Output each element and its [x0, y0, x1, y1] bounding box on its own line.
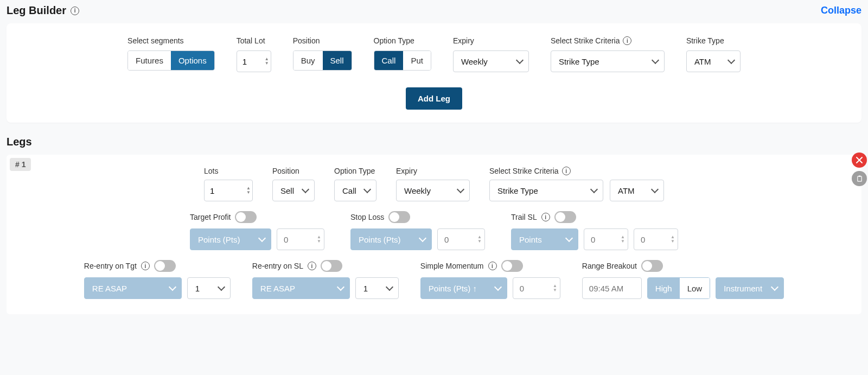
leg-expiry-select[interactable]: Weekly: [396, 180, 470, 201]
strike-type-label: Strike Type: [686, 36, 741, 45]
rb-instrument-select[interactable]: Instrument: [716, 277, 784, 299]
reentry-tgt-toggle[interactable]: [154, 260, 176, 272]
leg-index-badge: # 1: [10, 158, 31, 171]
simple-momentum-toggle[interactable]: [501, 260, 523, 272]
leg-position-label: Position: [272, 167, 315, 175]
leg-strike-criteria-select[interactable]: Strike Type: [489, 180, 603, 201]
trail-unit-select[interactable]: Points: [511, 228, 578, 250]
tp-unit-select[interactable]: Points (Pts): [190, 228, 271, 250]
reentry-sl-label: Re-entry on SL: [252, 262, 303, 270]
leg-option-type-label: Option Type: [334, 167, 376, 175]
expiry-select[interactable]: Weekly: [453, 50, 529, 72]
leg-strike-type-select[interactable]: ATM: [610, 180, 664, 201]
add-leg-button[interactable]: Add Leg: [406, 87, 462, 110]
sm-unit-select[interactable]: Points (Pts) ↑: [420, 277, 507, 299]
svg-rect-1: [858, 175, 860, 176]
leg-strike-criteria-label: Select Strike Criteria: [489, 167, 559, 175]
info-icon[interactable]: i: [562, 167, 571, 175]
sl-unit-select[interactable]: Points (Pts): [350, 228, 432, 250]
strike-criteria-label: Select Strike Criteria: [551, 36, 620, 45]
sl-stepper[interactable]: ▲▼: [477, 235, 482, 244]
reentry-tgt-mode-select[interactable]: RE ASAP: [84, 277, 182, 299]
trail2-stepper[interactable]: ▲▼: [671, 235, 675, 244]
svg-rect-0: [857, 176, 861, 181]
total-lot-label: Total Lot: [237, 36, 271, 45]
reentry-sl-count-select[interactable]: 1: [355, 277, 399, 299]
tp-stepper[interactable]: ▲▼: [317, 235, 321, 244]
segment-options[interactable]: Options: [171, 51, 214, 70]
info-icon[interactable]: i: [71, 7, 79, 15]
info-icon[interactable]: i: [141, 262, 150, 270]
target-profit-toggle[interactable]: [235, 211, 257, 223]
option-type-call[interactable]: Call: [374, 51, 404, 70]
clipboard-icon: [856, 175, 863, 182]
strike-type-select[interactable]: ATM: [686, 50, 741, 72]
segments-label: Select segments: [127, 36, 215, 45]
position-buy[interactable]: Buy: [293, 51, 323, 70]
lots-input[interactable]: [204, 180, 253, 201]
stop-loss-label: Stop Loss: [350, 213, 384, 221]
page-title: Leg Builder i: [7, 4, 79, 17]
info-icon[interactable]: i: [488, 262, 497, 270]
expiry-label: Expiry: [453, 36, 529, 45]
segment-futures[interactable]: Futures: [128, 51, 171, 70]
range-breakout-label: Range Breakout: [582, 262, 637, 270]
rb-highlow-toggle: High Low: [647, 277, 710, 299]
strike-criteria-select[interactable]: Strike Type: [551, 50, 665, 72]
rb-low[interactable]: Low: [680, 278, 710, 298]
reentry-sl-toggle[interactable]: [321, 260, 342, 272]
leg-builder-panel: Select segments Futures Options Total Lo…: [7, 23, 861, 123]
segments-toggle: Futures Options: [127, 50, 215, 71]
position-sell[interactable]: Sell: [323, 51, 352, 70]
rb-high[interactable]: High: [648, 278, 680, 298]
copy-leg-button[interactable]: [852, 171, 867, 186]
range-breakout-toggle[interactable]: [641, 260, 663, 272]
legs-heading: Legs: [7, 136, 861, 148]
info-icon[interactable]: i: [541, 213, 550, 221]
info-icon[interactable]: i: [623, 36, 631, 45]
option-type-put[interactable]: Put: [403, 51, 431, 70]
trail-sl-toggle[interactable]: [554, 211, 576, 223]
reentry-tgt-count-select[interactable]: 1: [187, 277, 231, 299]
leg-position-select[interactable]: Sell: [272, 180, 315, 201]
lots-label: Lots: [204, 167, 253, 175]
leg-option-type-select[interactable]: Call: [334, 180, 376, 201]
target-profit-label: Target Profit: [190, 213, 231, 221]
total-lot-stepper[interactable]: ▲▼: [265, 57, 269, 66]
collapse-link[interactable]: Collapse: [821, 5, 861, 16]
reentry-tgt-label: Re-entry on Tgt: [84, 262, 137, 270]
rb-time-input[interactable]: [582, 277, 642, 299]
delete-leg-button[interactable]: [852, 152, 867, 168]
position-label: Position: [293, 36, 352, 45]
close-icon: [856, 156, 863, 164]
leg-card: # 1 Lots ▲▼ Position Sell Option Type Ca…: [7, 155, 861, 314]
lots-stepper[interactable]: ▲▼: [246, 186, 251, 195]
reentry-sl-mode-select[interactable]: RE ASAP: [252, 277, 350, 299]
trail-sl-label: Trail SL: [511, 213, 537, 221]
simple-momentum-label: Simple Momentum: [420, 262, 484, 270]
option-type-label: Option Type: [374, 36, 431, 45]
stop-loss-toggle[interactable]: [388, 211, 410, 223]
trail1-stepper[interactable]: ▲▼: [621, 235, 625, 244]
leg-expiry-label: Expiry: [396, 167, 470, 175]
info-icon[interactable]: i: [308, 262, 316, 270]
sm-stepper[interactable]: ▲▼: [553, 284, 557, 293]
